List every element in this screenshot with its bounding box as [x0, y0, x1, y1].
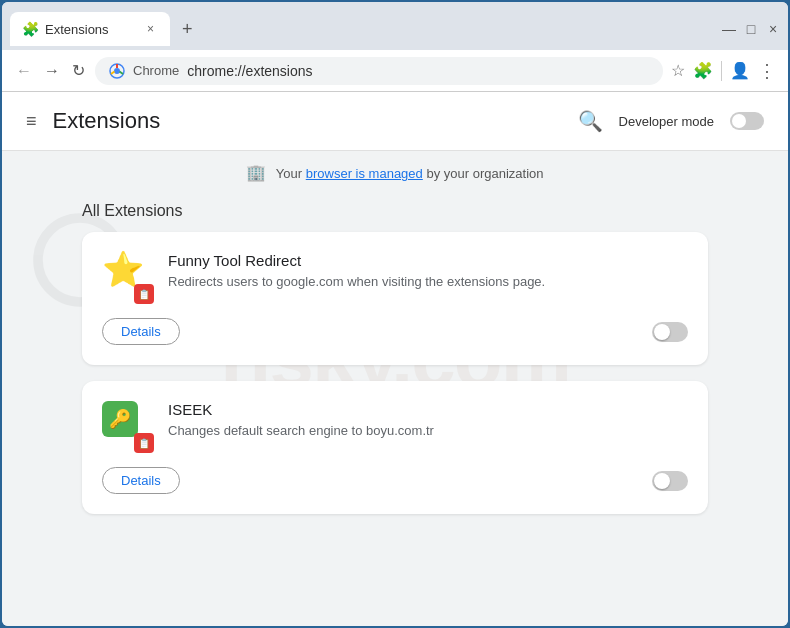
chrome-label: Chrome: [133, 63, 179, 78]
profile-icon[interactable]: 👤: [730, 61, 750, 80]
extensions-list: ⭐ 📋 Funny Tool Redirect Redirects users …: [2, 232, 788, 514]
iseek-toggle[interactable]: [652, 471, 688, 491]
page-title: Extensions: [53, 108, 578, 134]
funny-tool-badge: 📋: [134, 284, 154, 304]
ext-top: 🔑 📋 ISEEK Changes default search engine …: [102, 401, 688, 453]
menu-icon[interactable]: ⋮: [758, 60, 776, 82]
hamburger-menu[interactable]: ≡: [26, 111, 37, 132]
svg-point-1: [114, 68, 120, 74]
back-button[interactable]: ←: [14, 60, 34, 82]
close-button[interactable]: ×: [766, 22, 780, 36]
ext-bottom: Details: [102, 467, 688, 494]
ext-desc: Redirects users to google.com when visit…: [168, 273, 688, 291]
ext-top: ⭐ 📋 Funny Tool Redirect Redirects users …: [102, 252, 688, 304]
reload-button[interactable]: ↻: [70, 59, 87, 82]
iseek-details-button[interactable]: Details: [102, 467, 180, 494]
funny-tool-icon: ⭐: [102, 250, 144, 288]
page-content: risky.com ≡ Extensions 🔍 Developer mode …: [2, 92, 788, 626]
maximize-button[interactable]: □: [744, 22, 758, 36]
badge-icon: 📋: [138, 438, 150, 449]
ext-bottom: Details: [102, 318, 688, 345]
badge-icon: 📋: [138, 289, 150, 300]
title-bar: 🧩 Extensions × + — □ ×: [2, 2, 788, 50]
window-controls: — □ ×: [722, 22, 780, 36]
managed-link[interactable]: browser is managed: [306, 166, 423, 181]
managed-text-after: by your organization: [426, 166, 543, 181]
toggle-knob: [654, 473, 670, 489]
managed-text-before: Your: [276, 166, 306, 181]
toggle-knob: [654, 324, 670, 340]
ext-info: Funny Tool Redirect Redirects users to g…: [168, 252, 688, 291]
managed-icon: 🏢: [246, 164, 266, 181]
divider: [721, 61, 722, 81]
search-icon[interactable]: 🔍: [578, 109, 603, 133]
ext-icon-wrap: 🔑 📋: [102, 401, 154, 453]
tab-title: Extensions: [45, 22, 109, 37]
iseek-badge: 📋: [134, 433, 154, 453]
address-actions: ☆ 🧩 👤 ⋮: [671, 60, 776, 82]
ext-desc: Changes default search engine to boyu.co…: [168, 422, 688, 440]
extension-card-funny-tool: ⭐ 📋 Funny Tool Redirect Redirects users …: [82, 232, 708, 365]
developer-mode-label: Developer mode: [619, 114, 714, 129]
bookmark-icon[interactable]: ☆: [671, 61, 685, 80]
url-box[interactable]: Chrome chrome://extensions: [95, 57, 663, 85]
tab-icon: 🧩: [22, 21, 39, 37]
browser-window: 🧩 Extensions × + — □ × ← → ↻ Chrome chr: [0, 0, 790, 628]
tab-bar: 🧩 Extensions × +: [10, 12, 722, 46]
chrome-logo-icon: [109, 63, 125, 79]
developer-mode-toggle[interactable]: [730, 112, 764, 130]
minimize-button[interactable]: —: [722, 22, 736, 36]
toggle-knob: [732, 114, 746, 128]
new-tab-button[interactable]: +: [174, 15, 201, 44]
ext-info: ISEEK Changes default search engine to b…: [168, 401, 688, 440]
url-text: chrome://extensions: [187, 63, 312, 79]
ext-name: ISEEK: [168, 401, 688, 418]
address-bar: ← → ↻ Chrome chrome://extensions ☆ 🧩 👤 ⋮: [2, 50, 788, 92]
header-actions: 🔍 Developer mode: [578, 109, 764, 133]
iseek-icon: 🔑: [102, 401, 138, 437]
active-tab[interactable]: 🧩 Extensions ×: [10, 12, 170, 46]
extension-card-iseek: 🔑 📋 ISEEK Changes default search engine …: [82, 381, 708, 514]
all-extensions-title: All Extensions: [2, 194, 788, 232]
forward-button[interactable]: →: [42, 60, 62, 82]
tab-close-button[interactable]: ×: [143, 20, 158, 38]
funny-tool-toggle[interactable]: [652, 322, 688, 342]
extensions-icon[interactable]: 🧩: [693, 61, 713, 80]
extensions-header: ≡ Extensions 🔍 Developer mode: [2, 92, 788, 151]
ext-name: Funny Tool Redirect: [168, 252, 688, 269]
managed-banner: 🏢 Your browser is managed by your organi…: [2, 151, 788, 194]
ext-icon-wrap: ⭐ 📋: [102, 252, 154, 304]
funny-tool-details-button[interactable]: Details: [102, 318, 180, 345]
